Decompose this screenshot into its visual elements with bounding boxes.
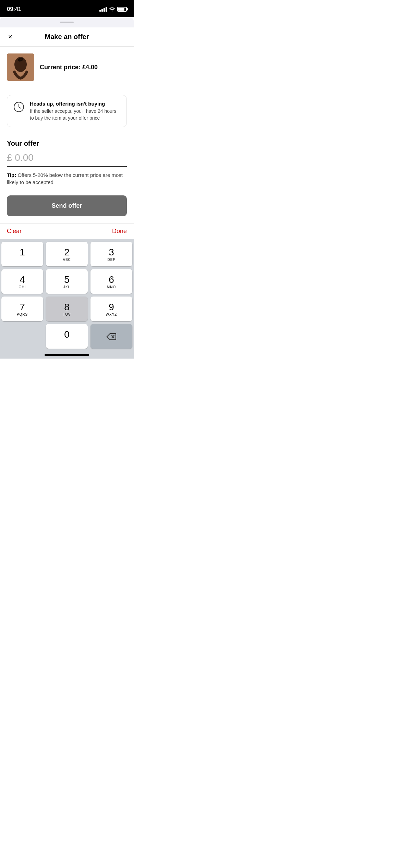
send-offer-button[interactable]: Send offer <box>7 195 127 216</box>
key-1[interactable]: 1 <box>1 242 43 266</box>
status-bar: 09:41 <box>0 0 134 17</box>
close-button[interactable]: × <box>7 32 14 42</box>
modal-header: × Make an offer <box>0 27 134 47</box>
offer-input[interactable] <box>7 152 127 163</box>
product-image <box>7 53 34 81</box>
battery-icon <box>117 7 127 12</box>
wifi-icon <box>109 7 115 12</box>
key-8[interactable]: 8 TUV <box>46 297 88 321</box>
keyboard-toolbar: Clear Done <box>0 223 134 239</box>
clock-icon <box>13 101 25 113</box>
info-card-title: Heads up, offering isn't buying <box>30 101 121 107</box>
product-row: Current price: £4.00 <box>0 47 134 88</box>
backspace-icon <box>106 333 117 340</box>
drag-handle-area <box>0 17 134 27</box>
key-7[interactable]: 7 PQRS <box>1 297 43 321</box>
key-4[interactable]: 4 GHI <box>1 269 43 294</box>
signal-icon <box>99 7 107 12</box>
keyboard-done-button[interactable]: Done <box>112 228 127 235</box>
home-indicator <box>0 350 134 359</box>
key-9[interactable]: 9 WXYZ <box>90 297 132 321</box>
key-3[interactable]: 3 DEF <box>90 242 132 266</box>
key-6[interactable]: 6 MNO <box>90 269 132 294</box>
tip-text: Tip: Offers 5-20% below the current pric… <box>7 171 127 186</box>
key-empty <box>1 324 43 349</box>
offer-input-row[interactable] <box>7 152 127 167</box>
status-icons <box>99 7 127 12</box>
info-card: Heads up, offering isn't buying If the s… <box>7 95 127 127</box>
key-2[interactable]: 2 ABC <box>46 242 88 266</box>
offer-label: Your offer <box>7 140 127 147</box>
key-delete[interactable] <box>90 324 132 349</box>
product-thumbnail <box>7 53 34 81</box>
keyboard-clear-button[interactable]: Clear <box>7 228 22 235</box>
modal-title: Make an offer <box>45 33 89 41</box>
drag-handle <box>60 22 74 23</box>
key-5[interactable]: 5 JKL <box>46 269 88 294</box>
product-price: Current price: £4.00 <box>40 64 98 71</box>
offer-section: Your offer Tip: Offers 5-20% below the c… <box>0 134 134 189</box>
info-card-body: If the seller accepts, you'll have 24 ho… <box>30 108 121 121</box>
info-text-block: Heads up, offering isn't buying If the s… <box>30 101 121 121</box>
key-0[interactable]: 0 <box>46 324 88 349</box>
status-time: 09:41 <box>7 6 21 13</box>
home-bar <box>45 354 89 356</box>
numeric-keyboard: 1 2 ABC 3 DEF 4 GHI 5 JKL 6 MNO 7 PQRS 8… <box>0 239 134 350</box>
